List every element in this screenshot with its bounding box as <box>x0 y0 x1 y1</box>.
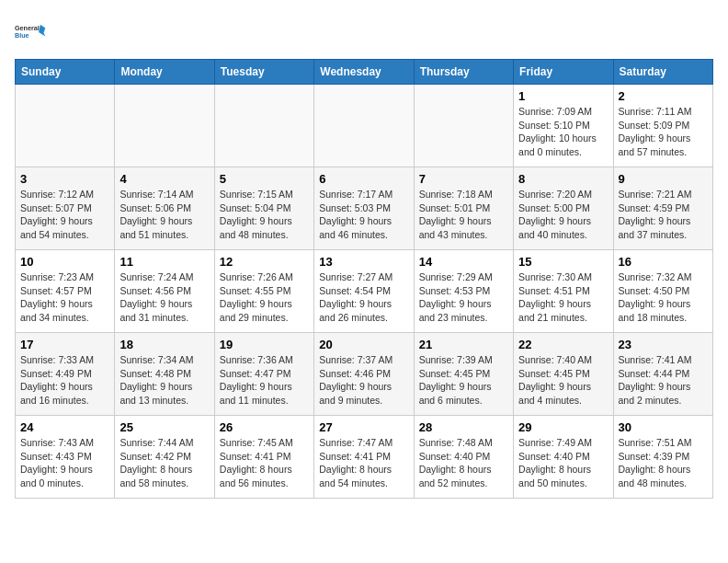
day-info: Sunrise: 7:49 AMSunset: 4:40 PMDaylight:… <box>518 436 608 490</box>
day-info: Sunrise: 7:29 AMSunset: 4:53 PMDaylight:… <box>419 270 508 325</box>
day-info: Sunrise: 7:11 AMSunset: 5:09 PMDaylight:… <box>619 105 708 159</box>
day-number: 8 <box>518 172 608 186</box>
calendar-cell: 23Sunrise: 7:41 AMSunset: 4:44 PMDayligh… <box>613 333 712 416</box>
day-number: 28 <box>419 420 508 434</box>
calendar-cell: 24Sunrise: 7:43 AMSunset: 4:43 PMDayligh… <box>16 416 115 499</box>
day-info: Sunrise: 7:26 AMSunset: 4:55 PMDaylight:… <box>220 270 309 325</box>
calendar-cell <box>314 85 414 167</box>
weekday-header-thursday: Thursday <box>414 60 513 85</box>
day-info: Sunrise: 7:20 AMSunset: 5:00 PMDaylight:… <box>518 188 608 242</box>
day-info: Sunrise: 7:15 AMSunset: 5:04 PMDaylight:… <box>220 188 309 242</box>
day-number: 13 <box>319 255 408 269</box>
calendar-table: SundayMondayTuesdayWednesdayThursdayFrid… <box>15 59 713 499</box>
calendar-cell: 6Sunrise: 7:17 AMSunset: 5:03 PMDaylight… <box>314 167 414 250</box>
calendar-cell: 9Sunrise: 7:21 AMSunset: 4:59 PMDaylight… <box>613 167 712 250</box>
day-info: Sunrise: 7:39 AMSunset: 4:45 PMDaylight:… <box>419 353 508 408</box>
calendar-cell <box>414 85 513 167</box>
day-number: 14 <box>419 255 508 269</box>
day-info: Sunrise: 7:24 AMSunset: 4:56 PMDaylight:… <box>119 270 209 325</box>
day-info: Sunrise: 7:47 AMSunset: 4:41 PMDaylight:… <box>319 436 408 490</box>
day-info: Sunrise: 7:34 AMSunset: 4:48 PMDaylight:… <box>119 353 209 408</box>
day-number: 10 <box>20 255 109 269</box>
day-info: Sunrise: 7:33 AMSunset: 4:49 PMDaylight:… <box>20 353 109 408</box>
day-number: 7 <box>419 172 508 186</box>
calendar-cell: 8Sunrise: 7:20 AMSunset: 5:00 PMDaylight… <box>514 167 613 250</box>
day-number: 21 <box>419 338 508 351</box>
day-number: 4 <box>119 172 209 186</box>
day-info: Sunrise: 7:18 AMSunset: 5:01 PMDaylight:… <box>419 188 508 242</box>
calendar-cell: 30Sunrise: 7:51 AMSunset: 4:39 PMDayligh… <box>613 416 712 499</box>
calendar-cell: 12Sunrise: 7:26 AMSunset: 4:55 PMDayligh… <box>214 250 313 333</box>
calendar-cell: 11Sunrise: 7:24 AMSunset: 4:56 PMDayligh… <box>115 250 214 333</box>
day-number: 9 <box>619 172 708 186</box>
calendar-cell <box>214 85 313 167</box>
day-number: 16 <box>619 255 708 269</box>
calendar-cell: 15Sunrise: 7:30 AMSunset: 4:51 PMDayligh… <box>514 250 613 333</box>
day-number: 26 <box>220 420 309 434</box>
day-info: Sunrise: 7:43 AMSunset: 4:43 PMDaylight:… <box>20 436 109 490</box>
day-number: 20 <box>319 338 408 351</box>
day-info: Sunrise: 7:17 AMSunset: 5:03 PMDaylight:… <box>319 188 408 242</box>
day-info: Sunrise: 7:09 AMSunset: 5:10 PMDaylight:… <box>518 105 608 159</box>
day-number: 22 <box>518 338 608 351</box>
day-number: 11 <box>119 255 209 269</box>
weekday-header-monday: Monday <box>115 60 214 85</box>
day-info: Sunrise: 7:40 AMSunset: 4:45 PMDaylight:… <box>518 353 608 408</box>
logo-icon: GeneralBlue <box>15 15 48 48</box>
calendar-cell: 27Sunrise: 7:47 AMSunset: 4:41 PMDayligh… <box>314 416 414 499</box>
week-row-3: 10Sunrise: 7:23 AMSunset: 4:57 PMDayligh… <box>16 250 713 333</box>
day-info: Sunrise: 7:45 AMSunset: 4:41 PMDaylight:… <box>220 436 309 490</box>
calendar-cell <box>16 85 115 167</box>
day-info: Sunrise: 7:36 AMSunset: 4:47 PMDaylight:… <box>220 353 309 408</box>
day-number: 29 <box>518 420 608 434</box>
calendar-cell: 22Sunrise: 7:40 AMSunset: 4:45 PMDayligh… <box>514 333 613 416</box>
day-number: 1 <box>518 89 608 103</box>
calendar-cell: 20Sunrise: 7:37 AMSunset: 4:46 PMDayligh… <box>314 333 414 416</box>
weekday-header-tuesday: Tuesday <box>214 60 313 85</box>
week-row-1: 1Sunrise: 7:09 AMSunset: 5:10 PMDaylight… <box>16 85 713 167</box>
weekday-header-sunday: Sunday <box>16 60 115 85</box>
logo: GeneralBlue <box>15 15 48 48</box>
calendar-cell: 26Sunrise: 7:45 AMSunset: 4:41 PMDayligh… <box>214 416 313 499</box>
calendar-cell: 5Sunrise: 7:15 AMSunset: 5:04 PMDaylight… <box>214 167 313 250</box>
svg-text:Blue: Blue <box>15 31 29 40</box>
weekday-header-wednesday: Wednesday <box>314 60 414 85</box>
day-number: 5 <box>220 172 309 186</box>
calendar-cell: 16Sunrise: 7:32 AMSunset: 4:50 PMDayligh… <box>613 250 712 333</box>
calendar-cell: 1Sunrise: 7:09 AMSunset: 5:10 PMDaylight… <box>514 85 613 167</box>
day-info: Sunrise: 7:37 AMSunset: 4:46 PMDaylight:… <box>319 353 408 408</box>
day-info: Sunrise: 7:48 AMSunset: 4:40 PMDaylight:… <box>419 436 508 490</box>
day-info: Sunrise: 7:51 AMSunset: 4:39 PMDaylight:… <box>619 436 708 490</box>
day-info: Sunrise: 7:44 AMSunset: 4:42 PMDaylight:… <box>119 436 209 490</box>
day-number: 3 <box>20 172 109 186</box>
day-info: Sunrise: 7:41 AMSunset: 4:44 PMDaylight:… <box>619 353 708 408</box>
calendar-cell: 14Sunrise: 7:29 AMSunset: 4:53 PMDayligh… <box>414 250 513 333</box>
calendar-cell: 19Sunrise: 7:36 AMSunset: 4:47 PMDayligh… <box>214 333 313 416</box>
day-number: 15 <box>518 255 608 269</box>
day-info: Sunrise: 7:27 AMSunset: 4:54 PMDaylight:… <box>319 270 408 325</box>
day-info: Sunrise: 7:30 AMSunset: 4:51 PMDaylight:… <box>518 270 608 325</box>
calendar-cell: 4Sunrise: 7:14 AMSunset: 5:06 PMDaylight… <box>115 167 214 250</box>
day-info: Sunrise: 7:12 AMSunset: 5:07 PMDaylight:… <box>20 188 109 242</box>
svg-text:General: General <box>15 24 40 32</box>
calendar-cell: 25Sunrise: 7:44 AMSunset: 4:42 PMDayligh… <box>115 416 214 499</box>
day-number: 6 <box>319 172 408 186</box>
calendar-cell: 21Sunrise: 7:39 AMSunset: 4:45 PMDayligh… <box>414 333 513 416</box>
calendar-cell: 2Sunrise: 7:11 AMSunset: 5:09 PMDaylight… <box>613 85 712 167</box>
calendar-cell <box>115 85 214 167</box>
day-info: Sunrise: 7:21 AMSunset: 4:59 PMDaylight:… <box>619 188 708 242</box>
day-number: 27 <box>319 420 408 434</box>
week-row-4: 17Sunrise: 7:33 AMSunset: 4:49 PMDayligh… <box>16 333 713 416</box>
svg-marker-2 <box>39 25 45 37</box>
calendar-cell: 17Sunrise: 7:33 AMSunset: 4:49 PMDayligh… <box>16 333 115 416</box>
calendar-cell: 3Sunrise: 7:12 AMSunset: 5:07 PMDaylight… <box>16 167 115 250</box>
page-header: GeneralBlue <box>15 15 713 48</box>
day-number: 12 <box>220 255 309 269</box>
calendar-cell: 18Sunrise: 7:34 AMSunset: 4:48 PMDayligh… <box>115 333 214 416</box>
day-number: 23 <box>619 338 708 351</box>
day-info: Sunrise: 7:32 AMSunset: 4:50 PMDaylight:… <box>619 270 708 325</box>
day-number: 18 <box>119 338 209 351</box>
weekday-header-row: SundayMondayTuesdayWednesdayThursdayFrid… <box>16 60 713 85</box>
day-number: 25 <box>119 420 209 434</box>
day-number: 24 <box>20 420 109 434</box>
